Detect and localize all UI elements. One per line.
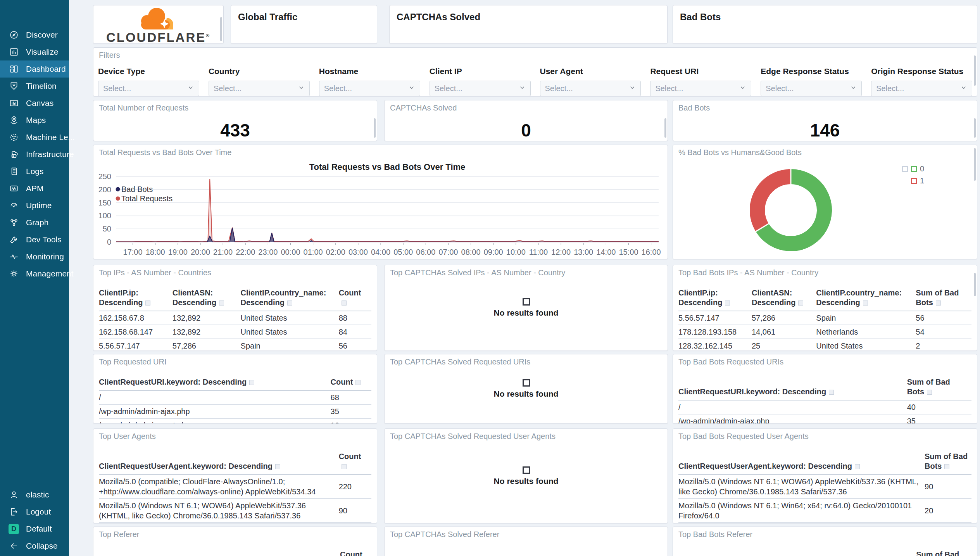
sidebar-item-label: Dev Tools (26, 235, 62, 244)
filter-user-agent-select[interactable]: Select... (540, 81, 641, 96)
select-placeholder: Select... (214, 84, 242, 93)
table-cell: 54 (916, 325, 971, 339)
sidebar-item-apm[interactable]: APM (0, 180, 69, 197)
sort-icon[interactable] (927, 390, 932, 395)
filter-hostname-select[interactable]: Select... (319, 81, 420, 96)
legend-item-0[interactable]: 0 (902, 163, 924, 175)
sort-icon[interactable] (798, 300, 803, 306)
sum-column-header[interactable]: Sum of Bad (916, 550, 959, 556)
chevron-down-icon (739, 84, 746, 93)
requests-vs-badbots-chart[interactable]: 05010015020025017:0018:0019:0020:0021:00… (93, 145, 668, 259)
column-header-clientip-country-name-descending[interactable]: ClientIP.country_name: Descending (241, 286, 339, 311)
filter-label: Origin Response Status (871, 67, 972, 76)
sidebar-item-visualize[interactable]: Visualize (0, 43, 69, 60)
filter-client-ip-select[interactable]: Select... (430, 81, 531, 96)
table-cell: 2 (916, 339, 971, 351)
column-header-clientasn-descending[interactable]: ClientASN: Descending (752, 286, 816, 311)
sort-icon[interactable] (855, 464, 860, 469)
sidebar-item-uptime[interactable]: Uptime (0, 197, 69, 214)
sidebar-item-machine-le[interactable]: Machine Le... (0, 129, 69, 146)
sort-icon[interactable] (275, 464, 280, 469)
panel-scrollbar[interactable] (664, 118, 666, 138)
panel-scrollbar[interactable] (974, 273, 976, 296)
sidebar-item-logs[interactable]: Logs (0, 163, 69, 180)
sidebar-item-management[interactable]: Management (0, 265, 69, 282)
table-cell: 162.158.68.147 (99, 325, 173, 339)
column-header-clientasn-descending[interactable]: ClientASN: Descending (173, 286, 241, 311)
sort-icon[interactable] (249, 380, 254, 385)
sidebar-item-logout[interactable]: Logout (0, 503, 69, 520)
column-header-sum-of-bad-bots[interactable]: Sum of Bad Bots (925, 449, 971, 475)
column-header-clientrequestuseragent-keyword-descending[interactable]: ClientRequestUserAgent.keyword: Descendi… (678, 449, 925, 475)
captchas-solved-value: 0 (385, 120, 668, 141)
scroll-icon (9, 166, 19, 177)
column-header-clientip-ip-descending[interactable]: ClientIP.ip: Descending (99, 286, 173, 311)
sort-icon[interactable] (829, 390, 834, 395)
sort-icon[interactable] (287, 300, 292, 306)
filter-origin-response-status: Origin Response StatusSelect... (871, 67, 972, 96)
column-header-clientrequesturi-keyword-descending[interactable]: ClientRequestURI.keyword: Descending (678, 375, 907, 400)
referer-row: Top Referer Count Top CAPTCHAs Solved Re… (93, 527, 977, 556)
top-ua-table: ClientRequestUserAgent.keyword: Descendi… (99, 449, 371, 523)
panel-scrollbar[interactable] (974, 55, 976, 86)
sort-icon[interactable] (355, 380, 361, 385)
badbot-uris-panel: Top Bad Bots Requested URIs ClientReques… (673, 354, 977, 424)
sort-icon[interactable] (936, 300, 941, 306)
filter-origin-response-status-select[interactable]: Select... (871, 81, 972, 96)
column-header-count[interactable]: Count (339, 286, 371, 311)
sidebar-item-default[interactable]: DDefault (0, 520, 69, 537)
column-header-clientip-ip-descending[interactable]: ClientIP.ip: Descending (678, 286, 752, 311)
space-default-icon: D (9, 524, 19, 534)
top-ips-table: ClientIP.ip: DescendingClientASN: Descen… (99, 286, 371, 351)
sort-icon[interactable] (863, 300, 868, 306)
sort-icon[interactable] (944, 464, 949, 469)
sidebar-item-label: Infrastructure (26, 150, 74, 159)
filter-device-type-select[interactable]: Select... (98, 81, 199, 96)
column-header-clientip-country-name-descending[interactable]: ClientIP.country_name: Descending (816, 286, 916, 311)
sidebar-item-discover[interactable]: Discover (0, 26, 69, 43)
sidebar-item-collapse[interactable]: Collapse (0, 537, 69, 554)
filter-label: Device Type (98, 67, 199, 76)
sidebar-item-label: Discover (26, 30, 58, 40)
filter-country-select[interactable]: Select... (209, 81, 310, 96)
filter-edge-response-status-select[interactable]: Select... (761, 81, 862, 96)
panel-scrollbar[interactable] (374, 118, 376, 138)
sort-icon[interactable] (342, 300, 347, 306)
count-column-header[interactable]: Count (340, 550, 362, 556)
panel-scrollbar[interactable] (974, 118, 976, 138)
sort-icon[interactable] (219, 300, 224, 306)
column-header-count[interactable]: Count (331, 375, 371, 390)
panel-scrollbar[interactable] (974, 148, 976, 181)
sort-icon[interactable] (342, 464, 347, 469)
sidebar-item-maps[interactable]: Maps (0, 112, 69, 129)
filter-request-uri-select[interactable]: Select... (650, 81, 751, 96)
badbots-donut-chart[interactable] (673, 145, 977, 259)
filter-client-ip: Client IPSelect... (430, 67, 531, 96)
sort-icon[interactable] (145, 300, 150, 306)
column-header-count[interactable]: Count (339, 449, 371, 475)
sidebar-item-dev-tools[interactable]: Dev Tools (0, 231, 69, 248)
column-header-label: ClientIP.country_name: Descending (816, 288, 902, 307)
legend-item-1[interactable]: 1 (902, 175, 924, 187)
sidebar-item-monitoring[interactable]: Monitoring (0, 248, 69, 265)
donut-slice-1[interactable] (757, 177, 791, 228)
captchas-header-panel: CAPTCHAs Solved (389, 5, 668, 44)
sidebar-item-dashboard[interactable]: Dashboard (0, 60, 69, 78)
captcha-uas-panel: Top CAPTCHAs Solved Requested User Agent… (384, 428, 668, 523)
column-header-clientrequesturi-keyword-descending[interactable]: ClientRequestURI.keyword: Descending (99, 375, 331, 390)
panel-scrollbar[interactable] (220, 17, 222, 41)
chart-legend-item-bad-bots[interactable]: Bad Bots (116, 185, 153, 193)
sidebar-item-infrastructure[interactable]: Infrastructure (0, 146, 69, 163)
column-header-clientrequestuseragent-keyword-descending[interactable]: ClientRequestUserAgent.keyword: Descendi… (99, 449, 339, 475)
sidebar-item-label: Default (26, 524, 52, 534)
column-header-label: Count (339, 288, 361, 297)
sidebar-item-elastic[interactable]: elastic (0, 486, 69, 503)
sidebar-item-timelion[interactable]: Timelion (0, 78, 69, 95)
chart-legend-item-total-requests[interactable]: Total Requests (116, 194, 173, 203)
sidebar-item-canvas[interactable]: Canvas (0, 95, 69, 112)
sort-icon[interactable] (725, 300, 730, 306)
metric-title: Total Number of Requests (93, 100, 377, 112)
column-header-sum-of-bad-bots[interactable]: Sum of Bad Bots (907, 375, 971, 400)
sidebar-item-graph[interactable]: Graph (0, 214, 69, 231)
column-header-sum-of-bad-bots[interactable]: Sum of Bad Bots (916, 286, 971, 311)
